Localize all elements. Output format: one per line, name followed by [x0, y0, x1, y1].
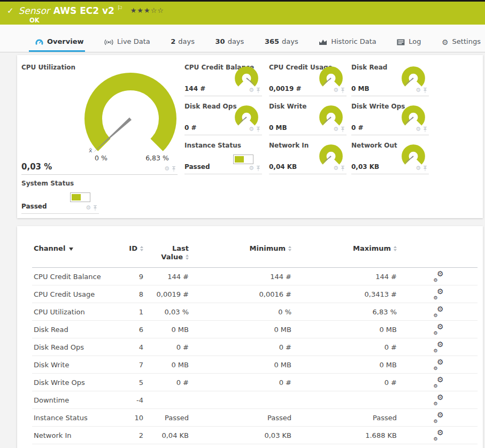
- tab-settings[interactable]: ⚙Settings: [442, 31, 481, 52]
- channel-cell-instance-status[interactable]: Instance StatusPassed⚙: [184, 141, 262, 174]
- channel-settings-icon[interactable]: ⚙⚙: [433, 324, 444, 334]
- channel-settings-icon[interactable]: ⚙⚙: [433, 289, 444, 299]
- pin-icon[interactable]: [340, 126, 345, 133]
- pin-icon[interactable]: [340, 165, 345, 172]
- cell-id: 9: [118, 273, 143, 281]
- tab-2-days[interactable]: 2days: [171, 31, 195, 52]
- cell-last-value: 0 MB: [143, 361, 189, 369]
- gear-icon[interactable]: ⚙: [249, 127, 254, 132]
- channel-cell-cpu-credit-usage[interactable]: CPU Credit Usage0,0019 #⚙: [269, 63, 347, 96]
- star-filled-icon[interactable]: ★: [144, 6, 151, 14]
- cell-id: 6: [118, 326, 143, 334]
- channel-value: 0 #: [184, 124, 197, 132]
- channel-settings-icon[interactable]: ⚙⚙: [433, 342, 444, 352]
- tab-label: days: [228, 37, 244, 45]
- sort-icon[interactable]: [394, 246, 397, 251]
- broadcast-icon: [104, 38, 113, 46]
- pin-icon[interactable]: [422, 87, 428, 94]
- channel-cell-cpu-credit-balance[interactable]: CPU Credit Balance144 #⚙: [184, 63, 262, 96]
- table-row-instance-status: Instance Status10PassedPassedPassed⚙⚙: [17, 409, 483, 427]
- column-header-maximum[interactable]: Maximum: [291, 244, 397, 253]
- channel-settings-icon[interactable]: ⚙⚙: [433, 359, 444, 369]
- channel-title: Instance Status: [184, 141, 262, 149]
- column-header-minimum[interactable]: Minimum: [189, 244, 291, 253]
- pin-icon[interactable]: [256, 126, 261, 133]
- channel-settings-icon[interactable]: ⚙⚙: [433, 412, 444, 422]
- channel-settings-icon[interactable]: ⚙⚙: [433, 271, 444, 281]
- tab-historic-data[interactable]: Historic Data: [319, 31, 376, 52]
- tab-label: Settings: [452, 37, 481, 45]
- channel-settings-icon[interactable]: ⚙⚙: [433, 430, 444, 440]
- sort-desc-icon[interactable]: [69, 248, 73, 251]
- column-header-channel[interactable]: Channel: [34, 244, 118, 253]
- channel-cell-disk-read-ops[interactable]: Disk Read Ops0 #⚙: [184, 102, 262, 135]
- flag-icon[interactable]: ⚐: [117, 4, 123, 12]
- pin-icon[interactable]: [340, 87, 345, 94]
- cell-maximum: 1.688 KB: [291, 431, 397, 439]
- cell-maximum: 0 #: [291, 343, 397, 351]
- channel-settings-icon[interactable]: ⚙⚙: [433, 395, 444, 405]
- cell-id: 8: [118, 290, 143, 298]
- cell-maximum: 0 #: [291, 379, 397, 387]
- gear-icon[interactable]: ⚙: [86, 205, 91, 211]
- gear-icon[interactable]: ⚙: [415, 88, 421, 93]
- tab-label: days: [282, 37, 298, 45]
- channel-settings-icon[interactable]: ⚙⚙: [433, 306, 444, 316]
- cell-minimum: 144 #: [189, 273, 291, 281]
- channel-cell-disk-read[interactable]: Disk Read0 MB⚙: [351, 63, 429, 96]
- gear-icon[interactable]: ⚙: [415, 166, 421, 171]
- cell-channel: Disk Write Ops: [34, 379, 118, 387]
- channel-cell-network-out[interactable]: Network Out0,03 KB⚙: [351, 141, 429, 174]
- sort-icon[interactable]: [186, 254, 189, 260]
- channel-cell-disk-write-ops[interactable]: Disk Write Ops0 #⚙: [351, 102, 429, 135]
- cell-minimum: 0 MB: [189, 326, 291, 334]
- cell-id: 2: [118, 431, 143, 439]
- column-header-last-value[interactable]: LastValue: [143, 244, 189, 261]
- cell-id: 4: [118, 343, 143, 351]
- channel-title: CPU Utilization: [21, 63, 178, 71]
- gear-icon[interactable]: ⚙: [415, 127, 421, 132]
- gear-icon[interactable]: ⚙: [164, 166, 170, 172]
- tab-live-data[interactable]: Live Data: [104, 31, 150, 52]
- tab-30-days[interactable]: 30days: [215, 31, 244, 52]
- cell-channel: Instance Status: [34, 414, 118, 422]
- cell-maximum: 0 MB: [291, 361, 397, 369]
- tab-log[interactable]: Log: [397, 31, 421, 52]
- cell-id: 5: [118, 379, 143, 387]
- priority-stars[interactable]: ★★★☆☆: [130, 6, 164, 14]
- table-row-disk-write: Disk Write70 MB0 MB0 MB⚙⚙: [17, 356, 483, 374]
- channel-cell-cpu-utilization[interactable]: CPU Utilization x̄ 0 % 6,83 % 0,03 % ⚙: [21, 63, 178, 175]
- cell-id: 10: [118, 414, 143, 422]
- cell-channel: Disk Write: [34, 361, 118, 369]
- gear-icon[interactable]: ⚙: [249, 166, 254, 171]
- tab-365-days[interactable]: 365days: [265, 31, 298, 52]
- star-empty-icon[interactable]: ☆: [157, 6, 164, 14]
- star-empty-icon[interactable]: ☆: [151, 6, 158, 14]
- pin-icon[interactable]: [171, 166, 176, 172]
- cell-minimum: 0,0016 #: [189, 290, 291, 298]
- gear-icon[interactable]: ⚙: [249, 88, 254, 93]
- cell-minimum: 0 %: [189, 308, 291, 316]
- channel-value: 0 MB: [351, 85, 369, 92]
- pin-icon[interactable]: [256, 87, 261, 94]
- cell-last-value: 0,04 KB: [143, 431, 189, 439]
- channel-cell-network-in[interactable]: Network In0,04 KB⚙: [269, 141, 347, 174]
- column-header-id[interactable]: ID: [118, 244, 143, 253]
- star-filled-icon[interactable]: ★: [137, 6, 144, 14]
- gear-icon[interactable]: ⚙: [333, 88, 338, 93]
- pin-icon[interactable]: [422, 165, 428, 172]
- channel-cell-system-status[interactable]: System Status Passed ⚙: [21, 179, 99, 214]
- cell-channel: CPU Credit Usage: [34, 290, 118, 298]
- channel-cell-disk-write[interactable]: Disk Write0 MB⚙: [269, 102, 347, 135]
- gauge-average-marker: x̄: [89, 147, 93, 154]
- gear-icon[interactable]: ⚙: [333, 166, 338, 171]
- pin-icon[interactable]: [422, 126, 428, 133]
- channel-settings-icon[interactable]: ⚙⚙: [433, 377, 444, 387]
- pin-icon[interactable]: [256, 165, 261, 172]
- gear-icon[interactable]: ⚙: [333, 127, 338, 132]
- star-filled-icon[interactable]: ★: [130, 6, 137, 14]
- tab-overview[interactable]: Overview: [35, 31, 84, 52]
- pin-icon[interactable]: [93, 205, 98, 211]
- cell-minimum: 0,03 KB: [189, 431, 291, 439]
- channel-title: Network Out: [351, 141, 429, 149]
